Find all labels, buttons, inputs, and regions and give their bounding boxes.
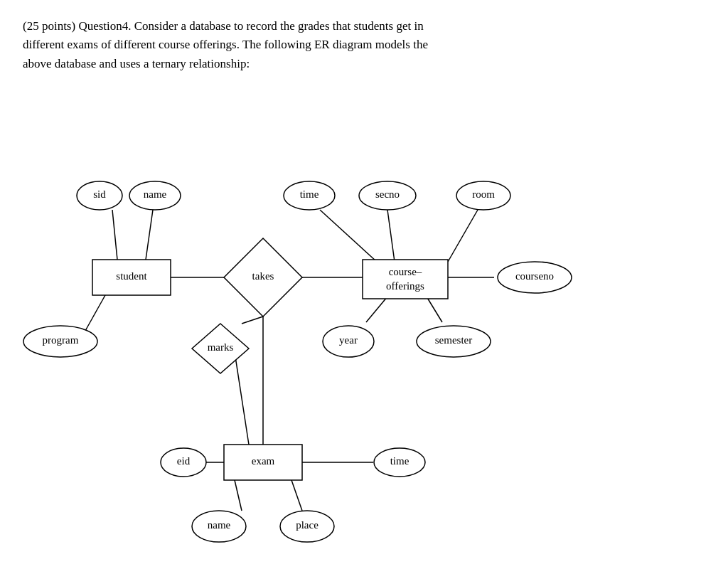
attr-room-label: room [472, 188, 495, 200]
attr-time-co-label: time [300, 188, 319, 200]
description-text: (25 points) Question4. Consider a databa… [0, 0, 728, 73]
attr-time-exam-label: time [390, 455, 410, 467]
entity-course-offerings-label: course– [389, 266, 422, 277]
svg-line-2 [85, 295, 105, 331]
attr-courseno-label: courseno [515, 270, 554, 282]
attr-sid-label: sid [93, 188, 106, 200]
svg-line-6 [387, 210, 395, 262]
er-diagram: student course– offerings exam takes mar… [0, 85, 728, 569]
attr-place-label: place [296, 519, 318, 531]
attr-eid-label: eid [177, 455, 191, 467]
svg-line-1 [146, 210, 153, 260]
svg-line-0 [112, 210, 117, 260]
attr-semester-label: semester [435, 334, 472, 346]
attr-name-exam-label: name [208, 519, 231, 531]
svg-line-11 [242, 317, 263, 324]
attr-program-label: program [43, 334, 79, 346]
attr-secno-label: secno [375, 188, 400, 200]
entity-course-offerings [363, 260, 448, 299]
svg-line-12 [235, 352, 249, 445]
svg-line-15 [235, 480, 242, 511]
entity-exam-label: exam [252, 455, 275, 467]
svg-line-7 [448, 210, 478, 262]
attr-name-student-label: name [144, 188, 167, 200]
svg-line-5 [320, 210, 377, 262]
svg-line-16 [291, 480, 302, 511]
attr-year-label: year [339, 334, 358, 346]
svg-line-10 [427, 297, 442, 322]
rel-takes-label: takes [252, 270, 274, 282]
entity-course-offerings-label2: offerings [386, 280, 424, 292]
svg-line-9 [366, 297, 387, 322]
rel-marks-label: marks [208, 341, 234, 353]
entity-student-label: student [116, 270, 147, 282]
